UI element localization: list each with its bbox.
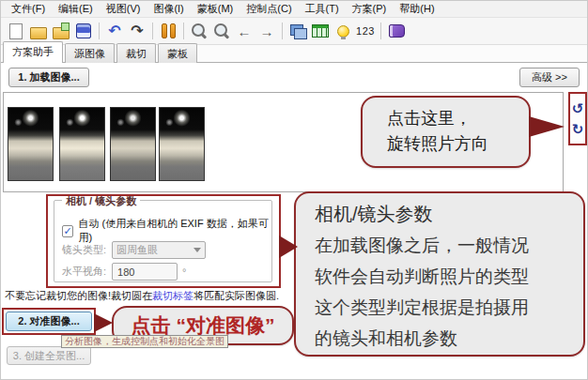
rotate-cw-icon[interactable]: ↻	[572, 122, 584, 136]
menu-item-工具[interactable]: 工具(T)	[299, 0, 346, 18]
prev-image-icon[interactable]: ←	[234, 21, 255, 41]
tab-bar: 方案助手源图像裁切蒙板	[1, 45, 588, 63]
toolbar-separator	[282, 23, 283, 39]
align-highlight-rect	[2, 308, 96, 335]
ptgui-window: 文件(F)编辑(E)视图(V)图像(I)蒙板(M)控制点(C)工具(T)方案(P…	[0, 0, 588, 380]
preview-bulb-icon[interactable]	[333, 21, 353, 41]
zoom-in-icon[interactable]	[189, 21, 209, 41]
create-panorama-button[interactable]: 3. 创建全景图...	[7, 346, 91, 365]
menu-item-编辑[interactable]: 编辑(E)	[52, 0, 100, 18]
menu-item-蒙板[interactable]: 蒙板(M)	[191, 0, 240, 18]
params-callout-arrow	[279, 236, 298, 258]
menu-item-控制点[interactable]: 控制点(C)	[240, 0, 298, 18]
menu-item-帮助[interactable]: 帮助(H)	[393, 0, 441, 18]
rotate-callout: 点击这里， 旋转照片方向	[361, 96, 531, 168]
add-images-icon[interactable]	[51, 21, 71, 41]
menu-item-视图[interactable]: 视图(V)	[100, 0, 147, 18]
thumbnail-photo-4[interactable]	[159, 107, 205, 181]
panorama-editor-icon[interactable]	[287, 21, 308, 41]
new-project-icon[interactable]	[6, 21, 26, 41]
rotate-callout-line1: 点击这里，	[387, 106, 529, 131]
crop-note: 不要忘记裁切您的图像!裁切圆在裁切标签将匹配实际图像圆.	[5, 289, 279, 303]
align-button-tooltip: 分析图像，生成控制点和初始化全景图	[61, 335, 228, 348]
params-callout-title: 相机/镜头参数	[315, 199, 583, 230]
advanced-button[interactable]: 高级 >>	[519, 68, 580, 87]
tab-方案助手[interactable]: 方案助手	[3, 41, 63, 63]
save-project-icon[interactable]	[73, 21, 94, 41]
thumbnail-photo-1[interactable]	[8, 107, 54, 181]
tools-icon[interactable]	[158, 21, 178, 41]
params-callout-line: 这个类型判定根据是拍摄用	[315, 292, 583, 323]
params-highlight-rect	[46, 194, 281, 288]
params-callout-line: 软件会自动判断照片的类型	[315, 261, 583, 292]
undo-icon[interactable]: ↶	[104, 21, 125, 41]
thumbnail-photo-2[interactable]	[59, 107, 105, 181]
rotate-controls: ↺ ↻	[568, 92, 587, 145]
crop-tab-link[interactable]: 裁切标签	[152, 290, 193, 301]
rotate-callout-arrow	[529, 116, 565, 137]
redo-icon[interactable]: ↷	[127, 21, 147, 41]
crop-note-suffix: 将匹配实际图像圆.	[193, 290, 279, 301]
control-point-table-icon[interactable]	[310, 21, 331, 41]
numeric-transform-icon[interactable]: 123	[355, 21, 376, 41]
tab-蒙板[interactable]: 蒙板	[158, 43, 197, 63]
toolbar-separator	[152, 23, 153, 39]
menu-bar: 文件(F)编辑(E)视图(V)图像(I)蒙板(M)控制点(C)工具(T)方案(P…	[1, 1, 588, 18]
rotate-callout-line2: 旋转照片方向	[387, 131, 529, 157]
params-callout-line: 的镜头和相机参数	[315, 323, 583, 354]
menu-item-文件[interactable]: 文件(F)	[5, 0, 52, 18]
menu-item-图像[interactable]: 图像(I)	[147, 0, 190, 18]
open-project-icon[interactable]	[28, 21, 49, 41]
menu-item-方案[interactable]: 方案(P)	[346, 0, 394, 18]
params-callout: 相机/镜头参数 在加载图像之后，一般情况 软件会自动判断照片的类型 这个类型判定…	[294, 191, 585, 357]
thumbnail-photo-3[interactable]	[110, 107, 156, 181]
crop-note-prefix: 不要忘记裁切您的图像!裁切圆在	[5, 290, 152, 301]
toolbar-separator	[183, 23, 184, 39]
toolbar-separator	[380, 23, 381, 39]
toolbar-separator	[99, 23, 100, 39]
rotate-ccw-icon[interactable]: ↺	[572, 101, 584, 115]
tab-源图像[interactable]: 源图像	[65, 43, 115, 63]
help-book-icon[interactable]	[386, 21, 407, 41]
next-image-icon[interactable]: →	[256, 21, 277, 41]
align-callout-arrow	[94, 313, 113, 332]
zoom-out-icon[interactable]	[211, 21, 232, 41]
toolbar: ↶↷←→123	[1, 18, 588, 45]
params-callout-line: 在加载图像之后，一般情况	[315, 230, 583, 261]
load-images-button[interactable]: 1. 加载图像...	[8, 68, 89, 87]
tab-裁切[interactable]: 裁切	[116, 43, 156, 63]
